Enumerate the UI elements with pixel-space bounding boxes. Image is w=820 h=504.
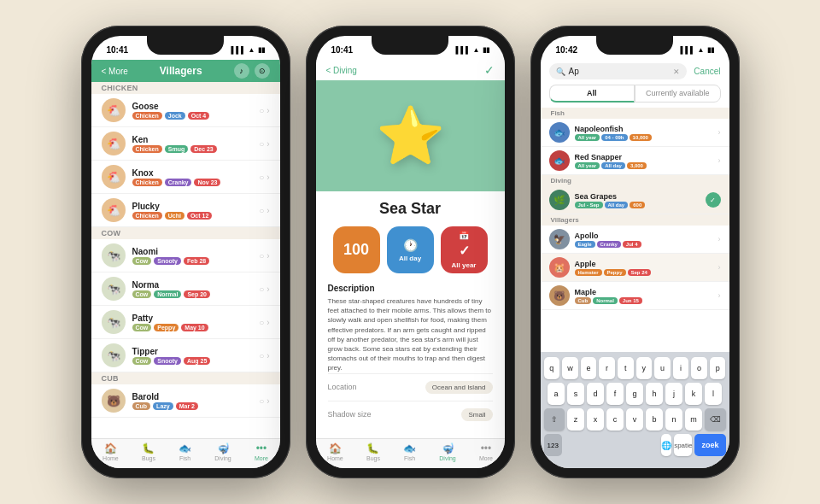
icon-maple: 🐻 [549,285,570,306]
tab-bugs-1[interactable]: 🐛Bugs [142,442,155,461]
keyboard-row-1: q w e r t y u i o p [544,357,726,379]
key-123[interactable]: 123 [544,434,562,456]
section-fish-3: Fish [541,108,729,119]
section-villagers-3: Villagers [541,214,729,226]
starfish-image: ⭐ [376,103,445,168]
key-v[interactable]: v [626,408,643,431]
section-cub: Cub [91,372,280,384]
phone-villagers: 10:41 ▌▌▌ ▲ ▮▮ < More Villagers ♪ ⊙ Chi [81,26,290,478]
keyboard-row-3: ⇧ z x c v b n m ⌫ [544,408,726,431]
key-g[interactable]: g [626,383,643,405]
result-maple[interactable]: 🐻 Maple Cub Normal Jun 15 › [541,282,729,310]
key-h[interactable]: h [646,383,663,405]
avatar-naomi: 🐄 [102,243,126,267]
nav-bar-2: < Diving ✓ [316,60,505,80]
key-f[interactable]: f [606,383,624,405]
villager-plucky[interactable]: 🐔 Plucky Chicken Uchi Oct 12 ○ › [91,194,280,227]
key-search[interactable]: zoek [694,434,725,456]
status-icons-2: ▌▌▌ ▲ ▮▮ [456,46,489,54]
villager-patty[interactable]: 🐄 Patty Cow Peppy May 10 ○ › [91,306,280,339]
badge-price: 100 [333,226,380,273]
villager-naomi[interactable]: 🐄 Naomi Cow Snooty Feb 28 ○ › [91,239,280,273]
search-input-box[interactable]: 🔍 Ap ✕ [549,63,688,79]
check-seagrapes: ✓ [706,192,721,208]
key-b[interactable]: b [646,408,663,431]
tab-diving-1[interactable]: 🤿Diving [214,442,231,461]
key-shift[interactable]: ⇧ [544,408,565,431]
villager-bluebear[interactable]: 🐻 Bluebear Cub Peppy Jun 24 ○ › [91,418,280,420]
search-input[interactable]: Ap [569,67,579,76]
badge-time: 🕐 All day [387,226,434,273]
key-n[interactable]: n [665,408,682,431]
key-p[interactable]: p [710,357,726,379]
tab-more-2[interactable]: •••More [479,442,493,461]
clear-icon[interactable]: ✕ [673,67,680,76]
key-c[interactable]: c [606,408,624,431]
badges-row: 100 🕐 All day 📅 ✓ All year [328,226,493,273]
key-a[interactable]: a [548,383,565,405]
key-w[interactable]: w [562,357,578,379]
filter-available[interactable]: Currently available [635,85,721,103]
tab-home-1[interactable]: 🏠Home [102,442,119,461]
result-apollo[interactable]: 🦅 Apollo Eagle Cranky Jul 4 › [541,226,729,254]
section-cow: Cow [91,227,280,239]
key-delete[interactable]: ⌫ [705,408,726,431]
villagers-list: Chicken 🐔 Goose Chicken Jock Oct 4 ○ › � [91,82,280,420]
signal-icon-2: ▌▌▌ [456,46,471,54]
key-space[interactable]: spatie [674,434,692,456]
tab-diving-2[interactable]: 🤿Diving [439,442,455,461]
result-apple[interactable]: 🐹 Apple Hamster Peppy Sep 24 › [541,254,729,282]
avatar-plucky: 🐔 [102,198,126,222]
cancel-button[interactable]: Cancel [694,67,720,76]
battery-icon-2: ▮▮ [483,46,489,54]
tab-fish-1[interactable]: 🐟Fish [179,442,191,461]
key-e[interactable]: e [581,357,597,379]
key-y[interactable]: y [636,357,653,379]
battery-icon-3: ▮▮ [707,46,714,54]
tab-bugs-2[interactable]: 🐛Bugs [366,442,380,461]
key-l[interactable]: l [705,383,722,405]
section-diving-3: Diving [541,175,729,186]
badge-season: 📅 ✓ All year [441,226,488,273]
key-z[interactable]: z [567,408,584,431]
notch-2 [372,36,448,55]
result-redsnapper[interactable]: 🐟 Red Snapper All year All day 3,000 › [541,147,729,175]
key-t[interactable]: t [618,357,634,379]
tab-more-1[interactable]: •••More [255,442,268,461]
shadow-row: Shadow size Small [328,401,493,423]
avatar-tipper: 🐄 [102,343,126,367]
signal-icon-3: ▌▌▌ [681,46,695,54]
villager-barold[interactable]: 🐻 Barold Cub Lazy Mar 2 ○ › [91,384,280,418]
villager-norma[interactable]: 🐄 Norma Cow Normal Sep 20 ○ › [91,273,280,306]
key-x[interactable]: x [587,408,604,431]
key-k[interactable]: k [685,383,702,405]
search-results: Fish 🐟 Napoleonfish All year 04 - 09h 10… [541,108,729,310]
tab-bar-2: 🏠Home 🐛Bugs 🐟Fish 🤿Diving •••More [316,438,505,468]
key-d[interactable]: d [587,383,604,405]
key-j[interactable]: j [665,383,682,405]
villager-knox[interactable]: 🐔 Knox Chicken Cranky Nov 23 ○ › [91,161,280,194]
key-o[interactable]: o [691,357,707,379]
key-s[interactable]: s [567,383,584,405]
key-m[interactable]: m [685,408,702,431]
result-napoleonfish[interactable]: 🐟 Napoleonfish All year 04 - 09h 10,000 … [541,119,729,147]
villager-ken[interactable]: 🐔 Ken Chicken Smug Dec 23 ○ › [91,127,280,161]
villager-tipper[interactable]: 🐄 Tipper Cow Snooty Aug 25 ○ › [91,339,280,372]
check-icon-2: ✓ [484,63,495,77]
tab-home-2[interactable]: 🏠Home [327,442,343,461]
tab-fish-2[interactable]: 🐟Fish [403,442,416,461]
nav-icons-1: ♪ ⊙ [234,63,270,79]
key-i[interactable]: i [673,357,689,379]
key-q[interactable]: q [544,357,560,379]
filter-all[interactable]: All [549,85,636,103]
settings-icon[interactable]: ⊙ [255,63,270,79]
key-r[interactable]: r [599,357,615,379]
result-seagrapes[interactable]: 🌿 Sea Grapes Jul - Sep All day 600 ✓ [541,186,729,214]
back-button-2[interactable]: < Diving [326,66,357,75]
key-globe[interactable]: 🌐 [661,434,671,456]
key-u[interactable]: u [654,357,671,379]
back-button-1[interactable]: < More [102,67,128,76]
spotify-icon[interactable]: ♪ [234,63,249,79]
villager-goose[interactable]: 🐔 Goose Chicken Jock Oct 4 ○ › [91,94,280,127]
icon-apollo: 🦅 [549,229,570,249]
